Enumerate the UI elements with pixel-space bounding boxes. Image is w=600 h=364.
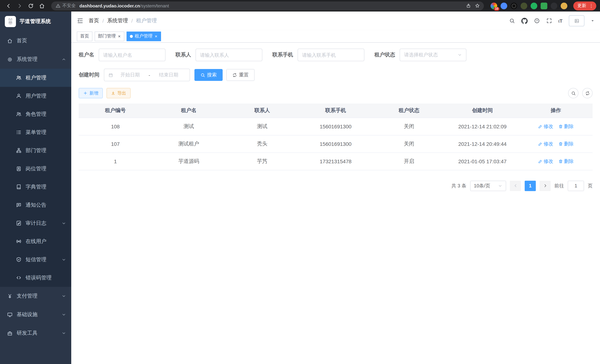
font-size-icon: t bbox=[558, 19, 560, 23]
address-bar[interactable]: 不安全 dashboard.yudao.iocoder.cn/system/te… bbox=[51, 1, 484, 10]
edit-button[interactable]: 修改 bbox=[538, 140, 553, 147]
date-range-picker[interactable]: 开始日期 - 结束日期 bbox=[104, 69, 190, 81]
browser-menu-icon[interactable]: ⋮ bbox=[588, 3, 595, 9]
avatar-caret-button[interactable] bbox=[591, 18, 594, 24]
column-header: 联系手机 bbox=[299, 103, 372, 118]
edit-button[interactable]: 修改 bbox=[538, 123, 553, 130]
list-icon bbox=[16, 130, 21, 135]
page-size-select[interactable]: 10条/页 bbox=[470, 180, 506, 191]
reload-button[interactable] bbox=[26, 1, 36, 10]
edit-button[interactable]: 修改 bbox=[538, 158, 553, 165]
contact-input[interactable] bbox=[200, 52, 258, 58]
bookmark-star-button[interactable] bbox=[473, 1, 482, 10]
forward-button[interactable] bbox=[15, 1, 25, 10]
delete-button[interactable]: 删除 bbox=[558, 140, 574, 147]
sidebar-item-user[interactable]: 用户管理 bbox=[0, 87, 71, 105]
extension-icon[interactable]: 10 bbox=[490, 2, 497, 9]
status-select[interactable]: 请选择租户状态 bbox=[400, 49, 466, 61]
shield-icon bbox=[16, 257, 21, 262]
browser-profile-avatar[interactable] bbox=[561, 2, 567, 9]
sidebar-item-menu[interactable]: 菜单管理 bbox=[0, 123, 71, 141]
update-label: 更新 bbox=[577, 3, 586, 9]
breadcrumb-home[interactable]: 首页 bbox=[89, 18, 99, 24]
date-end-input[interactable]: 结束日期 bbox=[151, 72, 186, 78]
breadcrumb-system[interactable]: 系统管理 bbox=[107, 18, 128, 24]
font-size-button[interactable]: tT bbox=[558, 18, 562, 24]
extension-badge: 10 bbox=[494, 7, 499, 10]
trash-icon bbox=[558, 124, 563, 129]
update-button[interactable]: 更新 ⋮ bbox=[573, 1, 596, 10]
sidebar-item-devtool[interactable]: 研发工具 bbox=[0, 324, 71, 343]
github-button[interactable] bbox=[521, 18, 527, 24]
monitor-icon bbox=[7, 312, 13, 317]
home-button[interactable] bbox=[37, 1, 47, 10]
cell-tenant-name: 测试 bbox=[152, 118, 225, 135]
tag-dept[interactable]: 部门管理 × bbox=[95, 31, 124, 41]
sidebar-item-audit-log[interactable]: 审计日志 bbox=[0, 214, 71, 232]
sidebar-item-online-user[interactable]: 在线用户 bbox=[0, 232, 71, 251]
breadcrumb-separator: / bbox=[131, 18, 133, 24]
security-warning[interactable]: 不安全 bbox=[56, 3, 76, 9]
prev-page-button[interactable] bbox=[510, 180, 521, 191]
user-avatar[interactable] bbox=[569, 15, 584, 26]
search-button[interactable]: 搜索 bbox=[194, 69, 223, 81]
next-page-button[interactable] bbox=[540, 180, 551, 191]
toggle-search-button[interactable] bbox=[568, 88, 579, 98]
fullscreen-button[interactable] bbox=[546, 18, 552, 24]
add-button[interactable]: 新增 bbox=[79, 88, 103, 98]
reset-button[interactable]: 重置 bbox=[226, 69, 254, 81]
sidebar-item-dept[interactable]: 部门管理 bbox=[0, 141, 71, 159]
extensions-puzzle-icon[interactable] bbox=[551, 2, 557, 9]
tag-home[interactable]: 首页 bbox=[77, 31, 92, 41]
sidebar-toggle-button[interactable] bbox=[77, 18, 84, 24]
share-button[interactable] bbox=[464, 1, 473, 10]
id-badge-icon bbox=[16, 166, 21, 171]
export-button[interactable]: 导出 bbox=[106, 88, 131, 98]
page-number-button[interactable]: 1 bbox=[525, 180, 536, 191]
back-button[interactable] bbox=[4, 1, 13, 10]
question-icon: ? bbox=[534, 18, 540, 24]
cell-tenant-id: 108 bbox=[79, 118, 152, 135]
logo-image bbox=[5, 16, 16, 27]
users-icon bbox=[16, 75, 21, 81]
sidebar-item-system[interactable]: 系统管理 bbox=[0, 50, 71, 69]
sidebar-item-sms[interactable]: 短信管理 bbox=[0, 251, 71, 269]
delete-button[interactable]: 删除 bbox=[558, 123, 574, 130]
sidebar-item-tenant[interactable]: 租户管理 bbox=[0, 69, 71, 87]
sidebar-menu: 首页 系统管理 租户管理 用户管理 bbox=[0, 32, 71, 343]
tag-close-icon[interactable]: × bbox=[154, 34, 158, 38]
header-search-button[interactable] bbox=[509, 18, 515, 24]
cell-actions: 修改删除 bbox=[519, 118, 593, 135]
extension-icon[interactable] bbox=[501, 2, 507, 9]
mobile-input[interactable] bbox=[302, 52, 360, 58]
tag-close-icon[interactable]: × bbox=[118, 34, 121, 38]
user-icon bbox=[16, 93, 21, 99]
sidebar-item-pay[interactable]: 支付管理 bbox=[0, 287, 71, 305]
home-icon bbox=[7, 38, 13, 44]
extension-icon[interactable] bbox=[541, 2, 547, 9]
date-start-input[interactable]: 开始日期 bbox=[113, 72, 147, 78]
search-icon bbox=[200, 73, 205, 77]
tag-tenant-active[interactable]: 租户管理 × bbox=[127, 31, 161, 41]
help-button[interactable]: ? bbox=[534, 18, 540, 24]
sidebar-item-role[interactable]: 角色管理 bbox=[0, 105, 71, 123]
sidebar-item-infra[interactable]: 基础设施 bbox=[0, 305, 71, 324]
refresh-table-button[interactable] bbox=[582, 88, 593, 98]
extension-icon[interactable] bbox=[531, 2, 537, 9]
refresh-icon bbox=[232, 73, 237, 77]
app-logo[interactable]: 芋道管理系统 bbox=[0, 11, 71, 32]
cell-tenant-name: 芋道源码 bbox=[152, 152, 225, 170]
tenant-name-input[interactable] bbox=[103, 52, 161, 58]
refresh-icon bbox=[585, 91, 590, 95]
extension-icon[interactable] bbox=[521, 2, 527, 9]
sidebar-item-errorcode[interactable]: 错误码管理 bbox=[0, 269, 71, 287]
download-icon bbox=[111, 91, 115, 95]
goto-page-input[interactable] bbox=[568, 180, 584, 191]
delete-button[interactable]: 删除 bbox=[558, 158, 574, 165]
extension-icon[interactable] bbox=[511, 2, 517, 9]
sidebar-item-dict[interactable]: 字典管理 bbox=[0, 178, 71, 196]
sidebar-item-home[interactable]: 首页 bbox=[0, 32, 71, 50]
cell-tenant-id: 107 bbox=[79, 135, 152, 152]
sidebar-item-notice[interactable]: 通知公告 bbox=[0, 196, 71, 214]
sidebar-item-post[interactable]: 岗位管理 bbox=[0, 159, 71, 178]
